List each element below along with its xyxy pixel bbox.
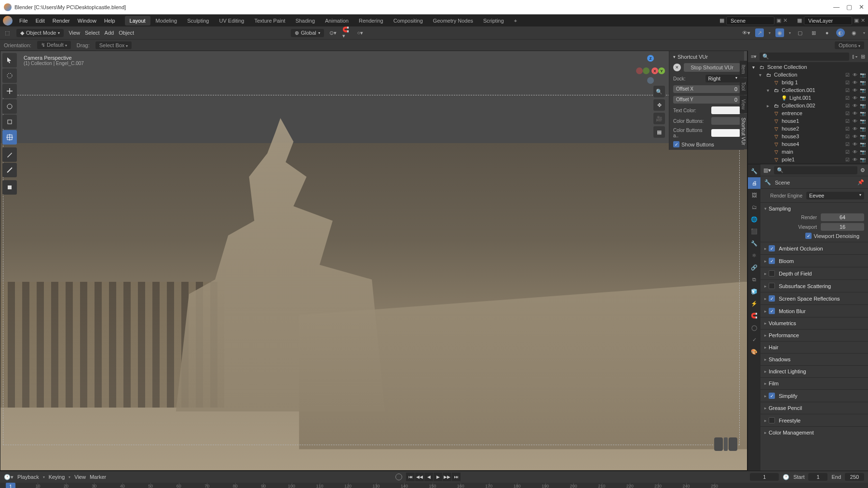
filter-icon[interactable]: ⫿▾	[852, 53, 858, 59]
marker-menu[interactable]: Marker	[90, 474, 106, 480]
workspace-tab-uv-editing[interactable]: UV Editing	[214, 16, 249, 26]
npanel-tab-tool[interactable]: Tool	[740, 78, 747, 94]
menu-window[interactable]: Window	[74, 16, 100, 25]
panel-grease-pencil[interactable]: ▸Grease Pencil	[764, 404, 864, 412]
new-viewlayer-icon[interactable]: ▣	[854, 17, 859, 24]
select-tool[interactable]	[2, 53, 17, 67]
workspace-tab-scripting[interactable]: Scripting	[478, 16, 509, 26]
clock-icon[interactable]: 🕐	[783, 474, 789, 480]
offset-x-field[interactable]: 0	[734, 86, 737, 92]
options-dropdown[interactable]: Options ▾	[835, 41, 864, 49]
timeline-cursor[interactable]: 1	[6, 483, 15, 488]
properties-tab-12[interactable]: 🧲	[748, 310, 760, 321]
sampling-header[interactable]: ▾Sampling	[764, 205, 864, 212]
scene-browse-icon[interactable]: ▦	[719, 17, 724, 24]
stop-shortcut-button[interactable]: Stop Shortcut VUr	[684, 63, 740, 72]
properties-tab-0[interactable]: 🔧	[748, 165, 760, 177]
panel-volumetrics[interactable]: ▸Volumetrics	[764, 319, 864, 327]
properties-tab-13[interactable]: ◯	[748, 322, 760, 333]
shading-wire-icon[interactable]: ⊞	[809, 28, 818, 37]
measure-tool[interactable]	[2, 163, 17, 177]
menu-help[interactable]: Help	[100, 16, 119, 25]
props-options-icon[interactable]: ⚙	[860, 167, 865, 173]
props-search[interactable]: 🔍	[774, 166, 857, 174]
workspace-tab-sculpting[interactable]: Sculpting	[182, 16, 214, 26]
delete-viewlayer-icon[interactable]: ✕	[861, 17, 865, 24]
npanel-tab-view[interactable]: View	[740, 95, 747, 114]
jump-start-button[interactable]: ⏮	[406, 473, 415, 481]
properties-tab-9[interactable]: ⧉	[748, 274, 760, 285]
shading-solid-icon[interactable]: ●	[823, 28, 831, 37]
npanel-tab-item[interactable]: Item	[740, 61, 747, 78]
panel-film[interactable]: ▸Film	[764, 380, 864, 387]
viewport-samples-field[interactable]: 16	[821, 223, 864, 231]
workspace-tab-texture-paint[interactable]: Texture Paint	[249, 16, 290, 26]
workspace-tab-animation[interactable]: Animation	[320, 16, 353, 26]
close-button[interactable]: ✕	[859, 3, 864, 11]
render-engine-select[interactable]: Eevee▾	[806, 192, 864, 199]
timeline-type-icon[interactable]: 🕐▾	[4, 474, 14, 480]
current-frame-field[interactable]: 1	[750, 473, 779, 481]
drag-select[interactable]: Select Box ▾	[95, 41, 132, 49]
panel-hair[interactable]: ▸Hair	[764, 343, 864, 351]
outliner-type-icon[interactable]: ≡▾	[751, 53, 757, 60]
snap-icon[interactable]: 🧲▾	[342, 28, 351, 37]
dock-select[interactable]: Right ▾	[705, 75, 741, 82]
keying-menu[interactable]: Keying	[49, 474, 65, 480]
properties-tab-8[interactable]: 🔗	[748, 262, 760, 273]
timeline-view-menu[interactable]: View	[74, 474, 86, 480]
render-samples-field[interactable]: 64	[821, 213, 864, 221]
outliner-item-entrence[interactable]: ▽entrence☑👁📷	[748, 109, 868, 117]
panel-depth-of-field[interactable]: ▸Depth of Field	[764, 269, 864, 277]
properties-tab-11[interactable]: ⚡	[748, 298, 760, 309]
cursor-tool[interactable]	[2, 68, 17, 83]
rotate-tool[interactable]	[2, 99, 17, 114]
outliner-item-collection[interactable]: ▾🗀Collection☑👁📷	[748, 71, 868, 79]
playback-menu[interactable]: Playback	[17, 474, 39, 480]
play-reverse-button[interactable]: ◀	[424, 473, 433, 481]
maximize-button[interactable]: ▢	[846, 3, 852, 11]
outliner-item-light-001[interactable]: 💡Light.001☑👁📷	[748, 94, 868, 102]
properties-tab-14[interactable]: ✓	[748, 334, 760, 345]
color-buttons-swatch[interactable]	[711, 117, 740, 125]
axis-neg-x-icon[interactable]	[636, 67, 643, 74]
camera-view-icon[interactable]: 🎥	[653, 113, 665, 124]
properties-tab-5[interactable]: ⬛	[748, 225, 760, 237]
transform-tool[interactable]	[2, 130, 17, 145]
outliner-item-pole1[interactable]: ▽pole1☑👁📷	[748, 156, 868, 163]
panel-indirect-lighting[interactable]: ▸Indirect Lighting	[764, 368, 864, 375]
zoom-icon[interactable]: 🔍	[653, 86, 665, 97]
workspace-tab-geometry-nodes[interactable]: Geometry Nodes	[428, 16, 478, 26]
npanel-tab-shortcut-vur[interactable]: Shortcut VUr	[740, 114, 747, 149]
outliner-item-house4[interactable]: ▽house4☑👁📷	[748, 140, 868, 148]
properties-tab-6[interactable]: 🔧	[748, 237, 760, 249]
outliner-item-bridg-1[interactable]: ▽bridg 1☑👁📷	[748, 79, 868, 86]
outliner-item-house3[interactable]: ▽house3☑👁📷	[748, 132, 868, 140]
outliner-root[interactable]: ▾🗀Scene Collection	[748, 63, 868, 71]
viewlayer-name-field[interactable]: ViewLayer	[804, 16, 852, 25]
props-editor-icon[interactable]: ▥▾	[763, 167, 771, 173]
visibility-icon[interactable]: 👁▾	[742, 28, 750, 37]
panel-screen-space-reflections[interactable]: ▸✓Screen Space Reflections	[764, 294, 864, 303]
panel-freestyle[interactable]: ▸Freestyle	[764, 416, 864, 424]
pivot-icon[interactable]: ⊙▾	[329, 28, 338, 37]
panel-ambient-occlusion[interactable]: ▸✓Ambient Occlusion	[764, 244, 864, 252]
add-workspace-button[interactable]: +	[509, 16, 522, 26]
3d-viewport[interactable]: Camera Perspective (1) Collection | Enge…	[0, 51, 747, 471]
minimize-button[interactable]: —	[833, 3, 840, 11]
panel-motion-blur[interactable]: ▸✓Motion Blur	[764, 307, 864, 315]
outliner-search[interactable]: 🔍	[760, 53, 849, 61]
properties-tab-7[interactable]: ⚛	[748, 250, 760, 261]
panel-simplify[interactable]: ▸✓Simplify	[764, 392, 864, 400]
add-cube-tool[interactable]	[2, 180, 17, 195]
start-frame-field[interactable]: 1	[808, 473, 827, 481]
scene-name-field[interactable]: Scene	[726, 16, 774, 25]
perspective-icon[interactable]: ▦	[653, 126, 665, 138]
add-menu[interactable]: Add	[105, 30, 114, 36]
scale-tool[interactable]	[2, 115, 17, 129]
navigation-gizmo[interactable]: Z X Y	[636, 55, 665, 84]
show-buttons-checkbox[interactable]: ✓ Show Buttons	[673, 141, 714, 147]
outliner-item-collection-002[interactable]: ▸🗀Collection.002☑👁📷	[748, 102, 868, 109]
workspace-tab-modeling[interactable]: Modeling	[151, 16, 182, 26]
outliner-item-house1[interactable]: ▽house1☑👁📷	[748, 117, 868, 125]
